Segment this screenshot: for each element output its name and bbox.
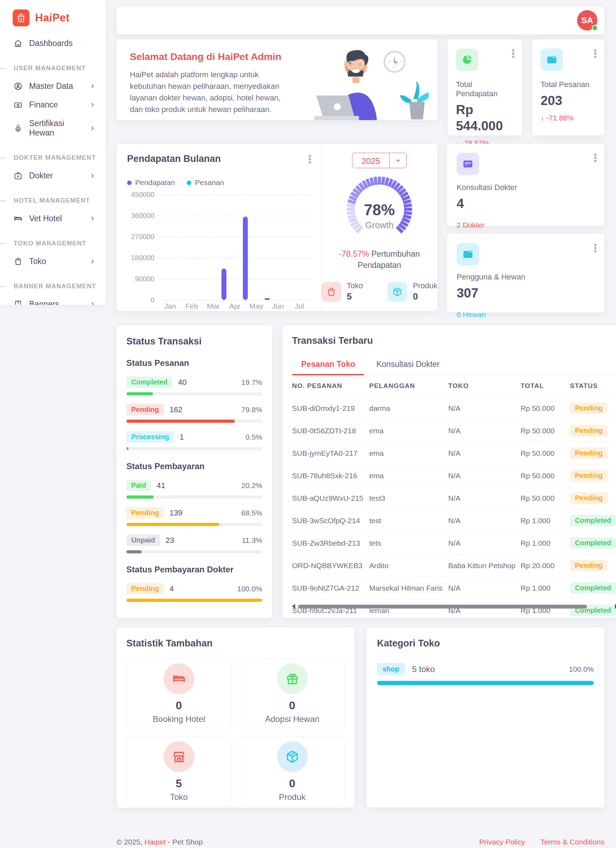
card-menu-button[interactable]: ••• — [593, 153, 597, 162]
sidebar-section-user-management: USER MANAGEMENT — [0, 65, 106, 72]
progress-fill — [126, 447, 129, 450]
panel-title: Statistik Tambahan — [126, 638, 345, 649]
sidebar-item-sertifikasi-hewan[interactable]: Sertifikasi Hewan — [0, 114, 106, 142]
chevron-right-icon — [89, 258, 96, 265]
status-badge: Pending — [126, 583, 164, 594]
chevron-right-icon — [89, 101, 96, 108]
chart-bar — [265, 298, 270, 300]
col-toko: TOKO — [448, 375, 521, 397]
status-bar-row: Paid4120.2% — [126, 480, 262, 499]
kategori-row: shop 5 toko 100.0% — [377, 663, 594, 675]
scroll-left-arrow-icon[interactable] — [292, 604, 295, 609]
privacy-policy-link[interactable]: Privacy Policy — [479, 838, 525, 846]
status-badge: Pending — [570, 425, 607, 436]
tab-pesanan-toko[interactable]: Pesanan Toko — [292, 355, 364, 375]
footer-brand-link[interactable]: Haipet — [145, 838, 166, 846]
sidebar-section-hotel-management: HOTEL MANAGEMENT — [0, 197, 106, 205]
card-menu-button[interactable]: ••• — [308, 154, 312, 164]
sidebar: HaiPet Dashboards USER MANAGEMENT Master… — [0, 0, 106, 305]
y-axis-tick: 270000 — [127, 233, 154, 241]
table-row[interactable]: SUB-diDmxly1-219darmaN/ARp 50.000Pending — [282, 397, 616, 420]
sidebar-item-master-data[interactable]: Master Data — [0, 77, 106, 95]
progress-fill — [377, 681, 594, 685]
tab-konsultasi-dokter[interactable]: Konsultasi Dokter — [367, 355, 449, 375]
sidebar-item-dashboards[interactable]: Dashboards — [0, 34, 106, 53]
chevron-right-icon — [89, 172, 96, 179]
wallet-icon — [457, 243, 479, 265]
tile-produk: 0 Produk — [240, 737, 345, 806]
col-status: STATUS — [570, 375, 616, 397]
table-row[interactable]: SUB-78uh8Sxk-216emaN/ARp 50.000Pending — [282, 464, 616, 487]
sidebar-item-vet-hotel[interactable]: Vet Hotel — [0, 209, 106, 228]
store-icon — [164, 741, 194, 772]
table-row[interactable]: SUB-3wScOfpQ-214testN/ARp 1.000Completed — [282, 510, 616, 532]
table-row[interactable]: SUB-0tS6ZDTt-218emaN/ARp 50.000Pending — [282, 420, 616, 442]
brand[interactable]: HaiPet — [0, 0, 106, 26]
table-row[interactable]: SUB-jymEyTA0-217emaN/ARp 50.000Pending — [282, 442, 616, 464]
pengguna-hewan-card: ••• Pengguna & Hewan 307 0 Hewan — [447, 234, 604, 313]
y-axis-tick: 90000 — [127, 275, 154, 283]
sidebar-item-dokter[interactable]: Dokter — [0, 166, 106, 185]
status-badge: Completed — [570, 537, 616, 549]
sidebar-item-banners[interactable]: Banners — [0, 295, 106, 305]
medal-icon — [13, 124, 23, 133]
user-avatar[interactable]: SA — [577, 10, 597, 31]
stat-sub: 2 Dokter — [457, 221, 595, 229]
col-pelanggan: PELANGGAN — [369, 375, 448, 397]
status-badge: Pending — [570, 447, 607, 459]
growth-caption: -78.57% Pertumbuhan Pendapatan — [327, 248, 432, 271]
status-badge: Unpaid — [126, 534, 160, 546]
haipet-logo-icon — [13, 9, 30, 26]
year-select-button[interactable]: 2025 — [352, 153, 407, 168]
card-menu-button[interactable]: ••• — [593, 243, 597, 252]
stat-value: Rp 544.000 — [456, 102, 502, 134]
horizontal-scrollbar[interactable] — [292, 603, 616, 609]
chevron-right-icon — [89, 301, 96, 305]
y-axis-tick: 180000 — [127, 254, 154, 262]
konsultasi-dokter-card: ••• Konsultasi Dokter 4 2 Dokter — [447, 144, 604, 226]
sidebar-item-finance[interactable]: Finance — [0, 95, 106, 114]
chart-title: Pendapatan Bulanan — [127, 153, 321, 165]
group-title: Status Pesanan — [126, 358, 262, 368]
arrow-down-icon: ↓ — [540, 114, 544, 122]
progress-fill — [126, 599, 262, 602]
x-axis-labels: JanFeb MarApr MayJun Jul — [159, 302, 310, 310]
table-row[interactable]: SUB-9oNtZ7GA-212Marsekal Hilman FarisN/A… — [282, 577, 616, 599]
status-badge: Pending — [570, 560, 607, 571]
sidebar-item-toko[interactable]: Toko — [0, 252, 106, 271]
pendapatan-bulanan-card: Pendapatan Bulanan ••• Pendapatan Pesana… — [117, 144, 437, 311]
status-badge: Pending — [570, 492, 607, 504]
transaksi-terbaru-card: Transaksi Terbaru ••• Pesanan Toko Konsu… — [282, 326, 616, 618]
card-menu-button[interactable]: ••• — [511, 49, 515, 58]
panel-title: Kategori Toko — [377, 638, 594, 649]
welcome-description: HaiPet adalah platform lengkap untuk keb… — [130, 69, 286, 115]
legend-dot — [187, 181, 191, 185]
chart-legend: Pendapatan Pesanan — [127, 178, 321, 187]
table-row[interactable]: ORD-NQBBYWKEB3ArditoBaba Kittun PetshopR… — [282, 554, 616, 577]
sidebar-section-toko-management: TOKO MANAGEMENT — [0, 240, 106, 247]
stat-change: ↓-71.88% — [540, 114, 596, 122]
bed-icon — [164, 663, 194, 694]
chart-plot-area: 450000 360000 270000 180000 90000 0 JanF… — [127, 194, 317, 300]
status-badge: Pending — [126, 404, 164, 415]
section-divider — [0, 200, 6, 201]
terms-conditions-link[interactable]: Terms & Conditions — [540, 838, 604, 846]
card-menu-button[interactable]: ••• — [593, 49, 597, 58]
legend-dot — [127, 181, 132, 185]
progress-fill — [126, 392, 153, 395]
table-row[interactable]: SUB-aQUz9WxU-215test3N/ARp 50.000Pending — [282, 487, 616, 510]
online-status-dot — [592, 25, 598, 31]
scrollbar-thumb[interactable] — [298, 605, 587, 609]
table-row[interactable]: SUB-Zw3Rbebd-213tetsN/ARp 1.000Completed — [282, 532, 616, 554]
y-axis-tick: 360000 — [127, 212, 154, 220]
copyright: © 2025, Haipet - Pet Shop — [117, 838, 203, 846]
brand-name: HaiPet — [35, 12, 70, 24]
chart-bars — [159, 194, 310, 300]
tile-adopsi-hewan: 0 Adopsi Hewan — [240, 659, 345, 728]
table-row[interactable]: SUB-h9uC2vJa-211lemanN/ARp 1.000Complete… — [282, 599, 616, 622]
sidebar-section-banner-management: BANNER MANAGEMENT — [0, 283, 106, 290]
col-total: TOTAL — [521, 375, 570, 397]
section-divider — [0, 243, 6, 244]
stat-label: Total Pendapatan — [456, 80, 514, 98]
col-no-pesanan: NO. PESANAN — [282, 375, 369, 397]
